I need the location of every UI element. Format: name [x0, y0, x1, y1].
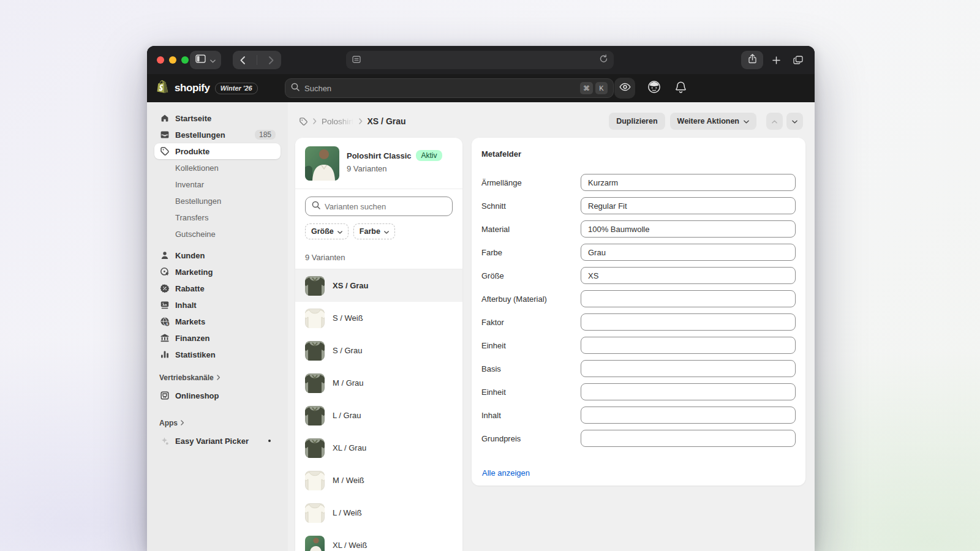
chevron-down-icon: [744, 117, 749, 126]
sidebar-section-vertriebskanaele[interactable]: Vertriebskanäle: [154, 372, 281, 384]
variant-row-l-grau[interactable]: L / Grau: [295, 399, 462, 432]
variant-row-m-grau[interactable]: M / Grau: [295, 367, 462, 399]
variant-row-m-weiss[interactable]: M / Weiß: [295, 464, 462, 497]
chevron-right-icon: [217, 373, 221, 382]
metafield-input-grundpreis[interactable]: [581, 430, 796, 447]
sidebar-item-statistiken[interactable]: Statistiken: [154, 347, 281, 362]
admin-search-bar[interactable]: Suchen ⌘ K: [285, 78, 614, 98]
address-bar[interactable]: [346, 51, 614, 69]
metafield-input-aermellaenge[interactable]: [581, 174, 796, 191]
status-badge: Aktiv: [416, 150, 442, 161]
previous-variant-button[interactable]: [766, 113, 783, 130]
metafield-row: Einheit: [481, 383, 796, 400]
customers-icon: [159, 250, 170, 261]
variant-row-xs-grau[interactable]: XS / Grau: [295, 269, 462, 302]
shopify-brand: shopify Winter '26: [157, 74, 258, 102]
notifications-button[interactable]: [674, 81, 687, 95]
close-window-button[interactable]: [157, 56, 164, 64]
metafield-input-einheit-2[interactable]: [581, 383, 796, 400]
filter-color-label: Farbe: [360, 227, 380, 236]
metafield-label: Einheit: [481, 341, 581, 350]
filter-size-label: Größe: [311, 227, 334, 236]
sidebar-section-apps[interactable]: Apps: [154, 417, 281, 429]
variant-thumbnail: [305, 309, 325, 328]
metafield-label: Einheit: [481, 388, 581, 397]
forward-button[interactable]: [262, 51, 281, 69]
metafield-row: Ärmellänge: [481, 174, 796, 191]
zoom-window-button[interactable]: [181, 56, 189, 64]
sidebar-item-bestellungen[interactable]: Bestellungen 185: [154, 127, 281, 143]
variant-row-xl-grau[interactable]: XL / Grau: [295, 432, 462, 464]
sidebar: Startseite Bestellungen 185 Produkte Kol…: [147, 102, 288, 551]
variant-search-input[interactable]: [325, 202, 446, 211]
show-all-link[interactable]: Alle anzeigen: [482, 468, 530, 478]
sidebar-item-inhalt[interactable]: Inhalt: [154, 297, 281, 313]
more-actions-button[interactable]: Weitere Aktionen: [670, 113, 756, 130]
metafield-label: Afterbuy (Material): [481, 294, 581, 304]
section-label: Vertriebskanäle: [159, 373, 214, 382]
sidebar-item-marketing[interactable]: Marketing: [154, 264, 281, 280]
variant-search-field[interactable]: [305, 197, 453, 216]
page-title: XS / Grau: [368, 116, 406, 126]
metafield-input-groesse[interactable]: [581, 267, 796, 284]
account-menu-button[interactable]: [647, 81, 662, 96]
metafield-input-inhalt[interactable]: [581, 407, 796, 424]
chevron-up-icon: [772, 117, 777, 126]
view-store-button[interactable]: [614, 78, 635, 99]
metafield-input-farbe[interactable]: [581, 244, 796, 261]
browser-sidebar-toggle[interactable]: [190, 51, 221, 69]
breadcrumb: Poloshirt XS / Grau: [299, 116, 406, 126]
next-variant-button[interactable]: [786, 113, 803, 130]
sidebar-item-transfers[interactable]: Transfers: [154, 209, 281, 225]
duplicate-button[interactable]: Duplizieren: [609, 113, 665, 130]
sidebar-item-kunden[interactable]: Kunden: [154, 247, 281, 263]
metafield-input-material[interactable]: [581, 220, 796, 238]
variant-thumbnail: [305, 438, 325, 458]
metafield-row: Inhalt: [481, 407, 796, 424]
variant-thumbnail: [305, 471, 325, 490]
sidebar-item-markets[interactable]: $ Markets: [154, 313, 281, 329]
metafield-input-schnitt[interactable]: [581, 197, 796, 214]
sidebar-item-label: Marketing: [175, 268, 213, 277]
metafield-row: Afterbuy (Material): [481, 290, 796, 307]
minimize-window-button[interactable]: [169, 56, 176, 64]
metafield-input-einheit-1[interactable]: [581, 337, 796, 354]
breadcrumb-product[interactable]: Poloshirt: [322, 117, 354, 126]
variant-row-s-grau[interactable]: S / Grau: [295, 334, 462, 367]
sidebar-item-easy-variant-picker[interactable]: Easy Variant Picker: [154, 433, 281, 449]
browser-window: shopify Winter '26 Suchen ⌘ K: [147, 46, 815, 551]
variant-row-s-weiss[interactable]: S / Weiß: [295, 302, 462, 334]
sidebar-item-produkte[interactable]: Produkte: [154, 143, 281, 159]
sidebar-item-startseite[interactable]: Startseite: [154, 110, 281, 126]
reader-mode-icon[interactable]: [352, 54, 361, 66]
sidebar-item-finanzen[interactable]: Finanzen: [154, 330, 281, 346]
metafield-input-afterbuy-material[interactable]: [581, 290, 796, 307]
filter-color-chip[interactable]: Farbe: [353, 223, 395, 239]
product-subtitle: 9 Varianten: [347, 164, 442, 173]
sidebar-item-bestellungen-sub[interactable]: Bestellungen: [154, 193, 281, 209]
metafield-input-faktor[interactable]: [581, 313, 796, 331]
chevron-down-icon: [210, 54, 216, 66]
sidebar-item-inventar[interactable]: Inventar: [154, 176, 281, 192]
metafield-label: Faktor: [481, 318, 581, 327]
sidebar-item-kollektionen[interactable]: Kollektionen: [154, 160, 281, 176]
sidebar-item-onlineshop[interactable]: Onlineshop: [154, 388, 281, 403]
variant-row-xl-weiss[interactable]: XL / Weiß: [295, 529, 462, 551]
back-button[interactable]: [233, 51, 252, 69]
eye-icon: [619, 83, 631, 94]
variant-thumbnail: [305, 373, 325, 393]
refresh-icon[interactable]: [600, 54, 608, 66]
keyboard-shortcut: ⌘ K: [580, 82, 608, 94]
tab-overview-button[interactable]: [789, 51, 807, 69]
sidebar-item-rabatte[interactable]: Rabatte: [154, 280, 281, 296]
metafield-label: Grundpreis: [481, 434, 581, 443]
metafield-input-basis[interactable]: [581, 360, 796, 377]
window-controls: [157, 56, 189, 64]
filter-size-chip[interactable]: Größe: [305, 223, 349, 239]
new-tab-button[interactable]: [767, 51, 785, 69]
sidebar-item-gutscheine[interactable]: Gutscheine: [154, 226, 281, 242]
variant-row-l-weiss[interactable]: L / Weiß: [295, 497, 462, 529]
store-avatar-icon: [647, 80, 662, 97]
sidebar-item-label: Gutscheine: [175, 230, 216, 239]
share-button[interactable]: [741, 51, 763, 69]
